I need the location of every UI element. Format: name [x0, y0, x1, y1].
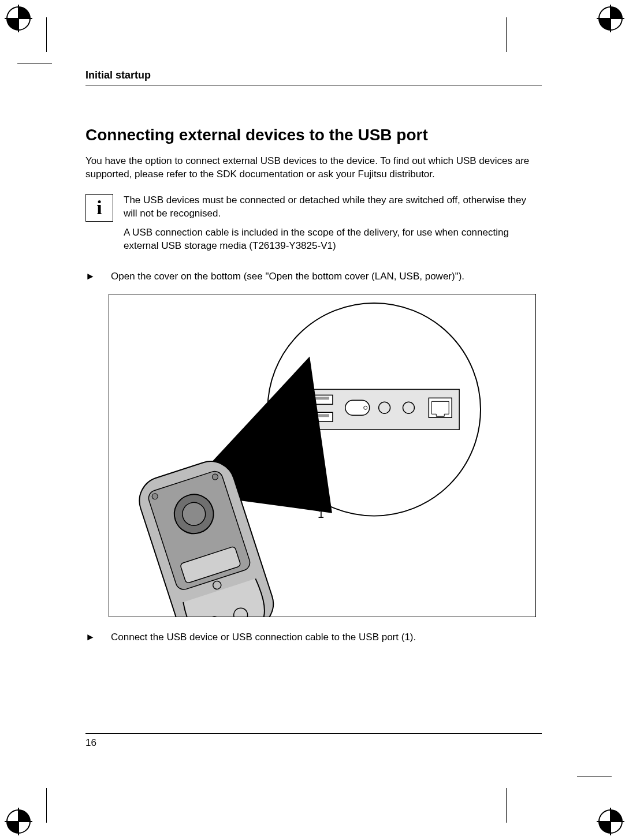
crop-mark: [506, 17, 507, 52]
info-icon: i: [85, 194, 113, 222]
step-text: Open the cover on the bottom (see "Open …: [111, 270, 464, 283]
info-note: i The USB devices must be connected or d…: [85, 194, 542, 259]
step-text: Connect the USB device or USB connection…: [111, 631, 416, 644]
crop-mark: [506, 788, 507, 823]
info-text: The USB devices must be connected or det…: [124, 194, 542, 259]
print-registration-mark-icon: [5, 5, 32, 32]
svg-rect-14: [429, 398, 452, 417]
crop-mark: [46, 788, 47, 823]
info-paragraph: A USB connection cable is included in th…: [124, 226, 542, 253]
crop-mark: [577, 776, 612, 776]
print-registration-mark-icon: [597, 808, 624, 835]
instruction-step: ► Connect the USB device or USB connecti…: [85, 631, 542, 644]
print-registration-mark-icon: [5, 808, 32, 835]
running-head: Initial startup: [85, 69, 542, 85]
page-number: 16: [85, 737, 96, 748]
figure-usb-port-diagram: 1: [109, 294, 536, 617]
step-bullet-icon: ►: [85, 270, 97, 283]
intro-paragraph: You have the option to connect external …: [85, 155, 542, 181]
section-heading: Connecting external devices to the USB p…: [85, 126, 542, 144]
info-paragraph: The USB devices must be connected or det…: [124, 194, 542, 221]
print-registration-mark-icon: [597, 5, 624, 32]
instruction-step: ► Open the cover on the bottom (see "Ope…: [85, 270, 542, 283]
page-footer: 16: [85, 733, 542, 749]
svg-rect-10: [345, 400, 370, 415]
crop-mark: [46, 17, 47, 52]
step-bullet-icon: ►: [85, 631, 97, 644]
crop-mark: [17, 64, 52, 64]
